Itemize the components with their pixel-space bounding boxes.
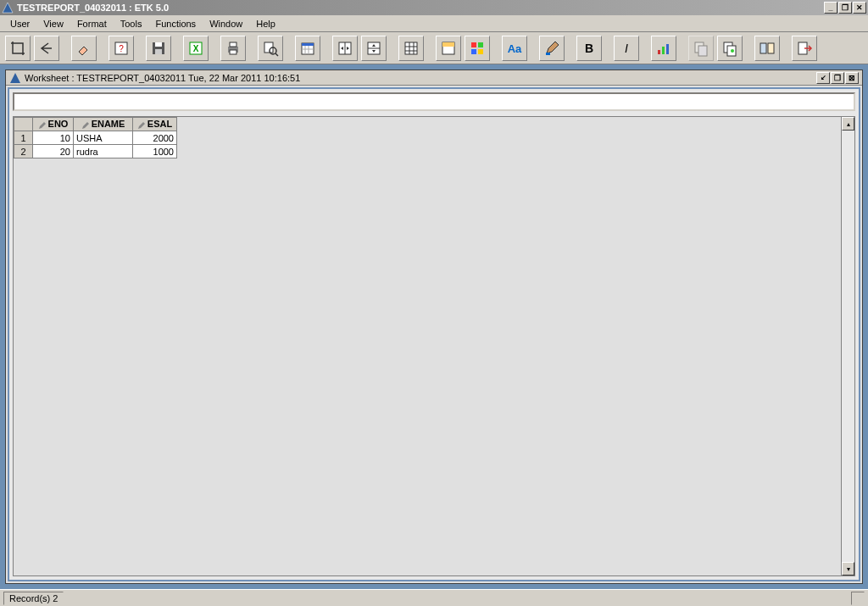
svg-rect-35 [546,53,550,55]
maximize-button[interactable]: ❐ [838,2,852,14]
grid-container: ENO ENAME ESAL 1 10 USHA 2000 2 20 [13,116,855,576]
bold-button[interactable]: B [576,36,602,61]
statusbar: Record(s) 2 [0,589,868,606]
refresh-button[interactable]: ? [108,36,134,61]
brush-button[interactable] [539,36,565,61]
svg-rect-47 [768,43,774,53]
cell[interactable]: rudra [74,145,133,158]
worksheet-titlebar: Worksheet : TESTREPORT_04032011 Tue, 22 … [6,70,862,86]
cell[interactable]: 2000 [133,131,177,145]
fill-button[interactable] [436,36,461,61]
cell[interactable]: 1000 [133,145,177,158]
svg-rect-38 [658,50,660,54]
resize-grip[interactable] [851,592,865,605]
svg-rect-4 [155,42,162,47]
svg-rect-39 [662,47,665,54]
grid-button[interactable] [398,36,424,61]
worksheet-icon [9,72,21,84]
app-title: TESTREPORT_04032011 : ETK 5.0 [17,3,824,13]
crop-button[interactable] [5,36,31,61]
vertical-scrollbar[interactable]: ▴ ▾ [841,117,854,575]
copy2-button[interactable] [717,36,743,61]
minimize-button[interactable]: _ [824,2,837,14]
svg-point-45 [731,49,734,53]
menu-window[interactable]: Window [203,17,249,31]
worksheet-window: Worksheet : TESTREPORT_04032011 Tue, 22 … [5,69,863,584]
svg-rect-46 [760,43,766,53]
italic-button[interactable]: I [614,36,639,61]
table-row[interactable]: 2 20 rudra 1000 [14,145,177,158]
font-blue-button[interactable]: Aa [502,36,527,61]
chart-button[interactable] [651,36,676,61]
worksheet-title: Worksheet : TESTREPORT_04032011 Tue, 22 … [25,73,816,83]
col-header-esal[interactable]: ESAL [133,118,177,131]
status-records: Record(s) 2 [3,592,64,605]
data-grid[interactable]: ENO ENAME ESAL 1 10 USHA 2000 2 20 [14,117,177,158]
worksheet-close-button[interactable]: ⊠ [845,72,859,84]
cell[interactable]: USHA [74,131,133,145]
worksheet-minimize-button[interactable]: ↙ [816,72,830,84]
svg-text:B: B [585,42,593,55]
table-height-button[interactable] [361,36,387,61]
col-header-eno[interactable]: ENO [33,118,74,131]
table-row[interactable]: 1 10 USHA 2000 [14,131,177,145]
undo-button[interactable] [34,36,59,61]
scroll-up-button[interactable]: ▴ [842,117,854,131]
row-header[interactable]: 2 [14,145,33,158]
svg-rect-32 [471,49,476,54]
col-header-ename[interactable]: ENAME [74,118,133,131]
titlebar: TESTREPORT_04032011 : ETK 5.0 _ ❐ ✕ [0,0,868,15]
svg-marker-49 [10,73,20,83]
print-button[interactable] [220,36,246,61]
exit-button[interactable] [792,36,817,61]
corner-cell[interactable] [14,118,33,131]
palette-button[interactable] [465,36,490,61]
svg-rect-10 [230,50,236,54]
menu-help[interactable]: Help [249,17,282,31]
scroll-down-button[interactable]: ▾ [842,562,854,575]
svg-rect-33 [478,49,483,54]
worksheet-maximize-button[interactable]: ❐ [831,72,844,84]
svg-line-13 [275,53,278,56]
row-header[interactable]: 1 [14,131,33,145]
svg-rect-5 [155,49,162,54]
svg-text:?: ? [119,44,124,53]
toolbar: ?XAaBI [0,32,868,64]
menu-tools[interactable]: Tools [114,17,149,31]
scroll-track[interactable] [842,131,854,562]
panels-button[interactable] [754,36,780,61]
menubar: User View Format Tools Functions Window … [0,15,868,32]
svg-text:X: X [193,44,199,53]
worksheet-window-controls: ↙ ❐ ⊠ [816,72,859,84]
svg-rect-31 [478,42,483,47]
calendar-button[interactable] [295,36,320,61]
svg-rect-30 [471,42,476,47]
cell[interactable]: 20 [33,145,74,158]
excel-button[interactable]: X [183,36,209,61]
svg-text:I: I [625,42,628,55]
svg-rect-9 [230,42,236,47]
window-controls: _ ❐ ✕ [824,2,866,14]
menu-view[interactable]: View [36,17,70,31]
svg-rect-23 [405,42,417,54]
preview-button[interactable] [258,36,283,61]
close-button[interactable]: ✕ [853,2,866,14]
eraser-button[interactable] [71,36,97,61]
menu-format[interactable]: Format [70,17,114,31]
svg-rect-29 [442,42,454,47]
svg-marker-0 [3,3,13,13]
svg-rect-40 [666,44,669,54]
save-button[interactable] [146,36,171,61]
svg-rect-42 [698,46,707,56]
menu-functions[interactable]: Functions [148,17,203,31]
cell[interactable]: 10 [33,131,74,145]
app-logo-icon [2,2,14,14]
table-width-button[interactable] [332,36,358,61]
copy1-button [688,36,714,61]
workspace: Worksheet : TESTREPORT_04032011 Tue, 22 … [0,64,868,589]
svg-text:Aa: Aa [508,42,522,55]
menu-user[interactable]: User [3,17,36,31]
worksheet-body: ENO ENAME ESAL 1 10 USHA 2000 2 20 [8,87,860,581]
grid-content: ENO ENAME ESAL 1 10 USHA 2000 2 20 [14,117,841,575]
formula-bar[interactable] [13,92,855,111]
